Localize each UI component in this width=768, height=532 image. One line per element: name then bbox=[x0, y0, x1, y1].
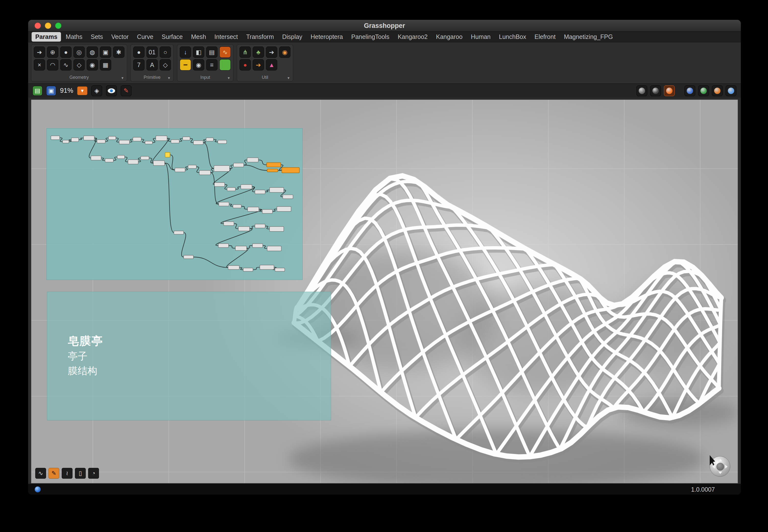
grasshopper-canvas[interactable]: 皂膜亭亭子膜结构 ∿✎≀▯◔ bbox=[31, 100, 738, 483]
display-ball-icon bbox=[687, 88, 693, 94]
tab-magnetizing-fpg[interactable]: Magnetizing_FPG bbox=[560, 32, 617, 42]
widget-icon: ◔ bbox=[92, 470, 95, 477]
toolbar-right bbox=[637, 85, 736, 96]
annotation-text: 皂膜亭亭子膜结构 bbox=[68, 333, 103, 378]
screen: Grasshopper ParamsMathsSetsVectorCurveSu… bbox=[0, 0, 768, 532]
widget-panel-button[interactable]: ▯ bbox=[75, 468, 86, 479]
graph-mapper-icon[interactable]: ∿ bbox=[220, 46, 231, 58]
export-icon[interactable]: ➔ bbox=[253, 59, 264, 70]
tab-transform[interactable]: Transform bbox=[243, 32, 278, 42]
number-slider-icon[interactable]: ━ bbox=[180, 59, 191, 70]
zoom-dropdown-button[interactable]: ▾ bbox=[77, 86, 87, 95]
tab-kangaroo2[interactable]: Kangaroo2 bbox=[394, 32, 431, 42]
delete-icon[interactable]: × bbox=[34, 59, 45, 70]
binary-icon[interactable]: 01 bbox=[146, 46, 158, 58]
md-slider-icon[interactable]: ▤ bbox=[206, 46, 218, 58]
canvas-navigate-button[interactable]: ◈ bbox=[91, 85, 102, 96]
widget-wire-button[interactable]: ≀ bbox=[62, 468, 72, 479]
disc-icon[interactable]: ◍ bbox=[87, 46, 98, 58]
display-toggle-green-button[interactable] bbox=[698, 85, 709, 96]
tab-params[interactable]: Params bbox=[32, 32, 61, 42]
text-icon[interactable]: A bbox=[146, 59, 158, 70]
ribbon-group-util: ⋔♣➔◉ ●➔▲ Util ▾ bbox=[237, 44, 293, 81]
knob-icon[interactable]: ◉ bbox=[193, 59, 204, 70]
tab-mesh[interactable]: Mesh bbox=[187, 32, 210, 42]
surface-icon[interactable]: ▦ bbox=[100, 59, 111, 70]
cherry-picker-icon[interactable]: ● bbox=[240, 59, 251, 70]
tab-heteroptera[interactable]: Heteroptera bbox=[307, 32, 347, 42]
navigate-icon: ◈ bbox=[94, 87, 99, 94]
circle-icon[interactable]: ● bbox=[60, 46, 71, 58]
panel-icon[interactable]: ≡ bbox=[206, 59, 218, 70]
sphere-icon[interactable]: ◉ bbox=[87, 59, 98, 70]
icon-glyph: ∿ bbox=[223, 49, 228, 56]
nav-up-arrow-icon bbox=[718, 457, 722, 461]
lasso-icon[interactable]: ⊕ bbox=[47, 46, 58, 58]
select-arrow-icon[interactable]: ➔ bbox=[34, 46, 45, 58]
ellipse-icon[interactable]: ◎ bbox=[73, 46, 85, 58]
open-file-button[interactable]: ▤ bbox=[33, 86, 42, 96]
box-icon[interactable]: ▣ bbox=[100, 46, 111, 58]
icon-glyph: ♣ bbox=[257, 49, 260, 56]
sprig-icon[interactable]: ⋔ bbox=[240, 46, 251, 58]
sketch-pen-button[interactable]: ✎ bbox=[121, 85, 131, 96]
hexagon-icon[interactable]: ○ bbox=[160, 46, 171, 58]
integer-icon[interactable]: 7 bbox=[133, 59, 144, 70]
tab-display[interactable]: Display bbox=[279, 32, 306, 42]
tab-vector[interactable]: Vector bbox=[107, 32, 132, 42]
tab-surface[interactable]: Surface bbox=[158, 32, 186, 42]
group-expand-arrow[interactable]: ▾ bbox=[286, 75, 291, 81]
widget-pencil-button[interactable]: ✎ bbox=[48, 468, 59, 479]
cone-icon[interactable]: ▲ bbox=[266, 59, 277, 70]
tab-lunchbox[interactable]: LunchBox bbox=[495, 32, 530, 42]
icon-glyph: ▲ bbox=[269, 61, 275, 69]
text-annotation-group[interactable]: 皂膜亭亭子膜结构 bbox=[47, 292, 331, 420]
group-expand-arrow[interactable]: ▾ bbox=[120, 75, 125, 81]
snowflake-icon[interactable]: ✱ bbox=[113, 46, 124, 58]
widget-curve-button[interactable]: ∿ bbox=[35, 468, 46, 479]
import-icon[interactable]: ↓ bbox=[180, 46, 191, 58]
preview-wireframe-button[interactable] bbox=[650, 85, 661, 96]
node-graph-group[interactable] bbox=[46, 128, 303, 280]
tab-maths[interactable]: Maths bbox=[62, 32, 86, 42]
preview-disable-button[interactable] bbox=[637, 85, 647, 96]
window-title: Grasshopper bbox=[28, 20, 741, 32]
display-toggle-lightblue-button[interactable] bbox=[726, 85, 736, 96]
nav-right-arrow-icon bbox=[725, 465, 730, 469]
widget-icon: ▯ bbox=[79, 470, 82, 477]
domain-icon[interactable]: ◇ bbox=[160, 59, 171, 70]
status-profiler-icon[interactable] bbox=[35, 486, 41, 493]
toggle-icon[interactable]: ◧ bbox=[193, 46, 204, 58]
arc-icon[interactable]: ◠ bbox=[47, 59, 58, 70]
tab-human[interactable]: Human bbox=[467, 32, 494, 42]
preview-shaded-button[interactable] bbox=[664, 85, 675, 96]
icon-glyph: ✱ bbox=[116, 49, 121, 56]
display-toggle-blue-button[interactable] bbox=[685, 85, 695, 96]
jump-icon[interactable]: ◉ bbox=[279, 46, 291, 58]
tab-curve[interactable]: Curve bbox=[133, 32, 157, 42]
null-item-icon[interactable]: ● bbox=[133, 46, 144, 58]
annotation-line: 膜结构 bbox=[68, 363, 103, 378]
icon-glyph: ◠ bbox=[50, 61, 55, 69]
tree-icon[interactable]: ♣ bbox=[253, 46, 264, 58]
icon-glyph: ➔ bbox=[37, 49, 42, 56]
curve-icon[interactable]: ∿ bbox=[60, 59, 71, 70]
tab-elefront[interactable]: Elefront bbox=[531, 32, 559, 42]
group-expand-arrow[interactable]: ▾ bbox=[226, 75, 231, 81]
tab-intersect[interactable]: Intersect bbox=[211, 32, 242, 42]
node-graph[interactable] bbox=[47, 128, 303, 280]
relay-icon[interactable]: ➔ bbox=[266, 46, 277, 58]
widget-loop-button[interactable]: ◔ bbox=[88, 468, 99, 479]
tab-panelingtools[interactable]: PanelingTools bbox=[348, 32, 393, 42]
tab-sets[interactable]: Sets bbox=[87, 32, 106, 42]
annotation-line: 亭子 bbox=[68, 349, 103, 363]
tab-kangaroo[interactable]: Kangaroo bbox=[432, 32, 466, 42]
colour-swatch-icon[interactable] bbox=[220, 59, 231, 70]
group-expand-arrow[interactable]: ▾ bbox=[166, 75, 171, 81]
ribbon-group-primitive: ●01○ 7A◇ Primitive ▾ bbox=[130, 44, 173, 81]
diamond-icon[interactable]: ◇ bbox=[73, 59, 85, 70]
display-toggle-orange-button[interactable] bbox=[712, 85, 723, 96]
save-file-button[interactable]: ▣ bbox=[46, 86, 56, 96]
preview-eye-button[interactable] bbox=[106, 85, 117, 96]
icon-glyph: ● bbox=[137, 49, 140, 56]
